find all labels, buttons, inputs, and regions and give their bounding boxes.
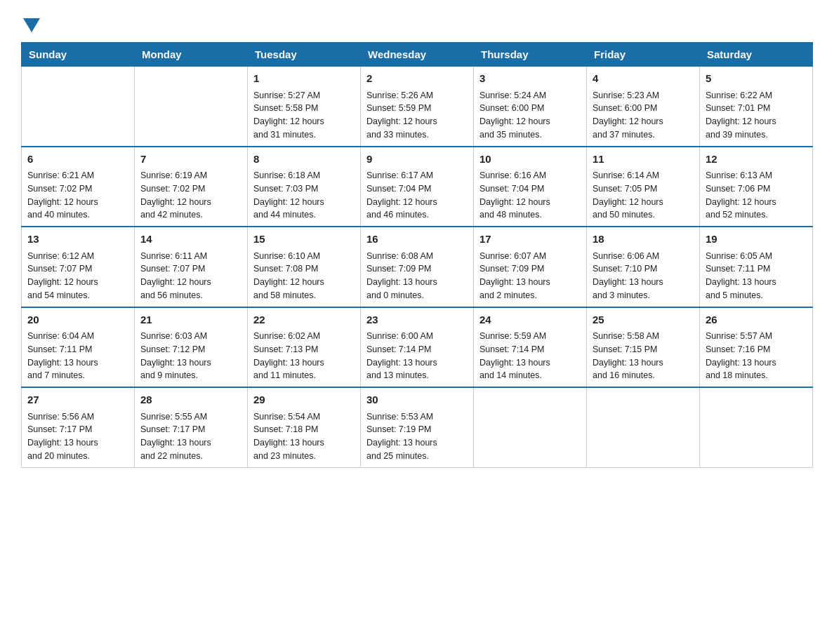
day-number: 24 [479,312,581,328]
day-info: Sunrise: 6:16 AM Sunset: 7:04 PM Dayligh… [479,169,581,222]
day-info: Sunrise: 6:13 AM Sunset: 7:06 PM Dayligh… [706,169,807,222]
day-number: 8 [253,152,355,168]
logo [21,14,40,29]
day-number: 9 [366,152,468,168]
calendar-cell: 11Sunrise: 6:14 AM Sunset: 7:05 PM Dayli… [587,147,700,227]
day-info: Sunrise: 5:55 AM Sunset: 7:17 PM Dayligh… [140,410,241,463]
calendar-week-row: 27Sunrise: 5:56 AM Sunset: 7:17 PM Dayli… [22,387,813,467]
weekday-header-friday: Friday [587,43,700,67]
day-number: 1 [253,71,355,87]
calendar-cell: 15Sunrise: 6:10 AM Sunset: 7:08 PM Dayli… [248,227,361,307]
day-info: Sunrise: 5:59 AM Sunset: 7:14 PM Dayligh… [479,330,581,382]
day-info: Sunrise: 5:23 AM Sunset: 6:00 PM Dayligh… [593,89,694,142]
day-info: Sunrise: 5:54 AM Sunset: 7:18 PM Dayligh… [253,410,355,463]
day-number: 17 [479,232,581,248]
calendar-cell: 19Sunrise: 6:05 AM Sunset: 7:11 PM Dayli… [700,227,813,307]
day-info: Sunrise: 5:24 AM Sunset: 6:00 PM Dayligh… [479,89,581,142]
day-info: Sunrise: 6:06 AM Sunset: 7:10 PM Dayligh… [593,250,694,302]
day-info: Sunrise: 5:57 AM Sunset: 7:16 PM Dayligh… [706,330,807,382]
calendar-cell: 5Sunrise: 6:22 AM Sunset: 7:01 PM Daylig… [700,67,813,147]
calendar-cell: 28Sunrise: 5:55 AM Sunset: 7:17 PM Dayli… [135,387,248,467]
calendar-week-row: 13Sunrise: 6:12 AM Sunset: 7:07 PM Dayli… [22,227,813,307]
day-number: 19 [706,232,807,248]
day-number: 5 [706,71,807,87]
calendar-week-row: 1Sunrise: 5:27 AM Sunset: 5:58 PM Daylig… [22,67,813,147]
weekday-header-wednesday: Wednesday [361,43,474,67]
day-number: 3 [479,71,581,87]
day-info: Sunrise: 6:04 AM Sunset: 7:11 PM Dayligh… [27,330,128,382]
day-info: Sunrise: 6:22 AM Sunset: 7:01 PM Dayligh… [706,89,807,142]
weekday-header-monday: Monday [135,43,248,67]
day-info: Sunrise: 6:02 AM Sunset: 7:13 PM Dayligh… [253,330,355,382]
calendar-cell: 4Sunrise: 5:23 AM Sunset: 6:00 PM Daylig… [587,67,700,147]
calendar-cell: 3Sunrise: 5:24 AM Sunset: 6:00 PM Daylig… [474,67,587,147]
calendar-cell: 20Sunrise: 6:04 AM Sunset: 7:11 PM Dayli… [22,307,135,388]
calendar-cell: 23Sunrise: 6:00 AM Sunset: 7:14 PM Dayli… [361,307,474,388]
day-number: 22 [253,312,355,328]
day-info: Sunrise: 5:27 AM Sunset: 5:58 PM Dayligh… [253,89,355,142]
day-number: 20 [27,312,128,328]
weekday-header-tuesday: Tuesday [248,43,361,67]
day-number: 10 [479,152,581,168]
day-number: 21 [140,312,241,328]
calendar-cell [700,387,813,467]
day-number: 2 [366,71,468,87]
logo-triangle-icon [23,18,40,32]
day-number: 14 [140,232,241,248]
calendar-cell: 22Sunrise: 6:02 AM Sunset: 7:13 PM Dayli… [248,307,361,388]
day-number: 29 [253,392,355,408]
day-info: Sunrise: 6:14 AM Sunset: 7:05 PM Dayligh… [593,169,694,222]
day-number: 13 [27,232,128,248]
page-header [21,14,813,29]
day-info: Sunrise: 6:18 AM Sunset: 7:03 PM Dayligh… [253,169,355,222]
calendar-cell: 6Sunrise: 6:21 AM Sunset: 7:02 PM Daylig… [22,147,135,227]
calendar-week-row: 6Sunrise: 6:21 AM Sunset: 7:02 PM Daylig… [22,147,813,227]
calendar-header-row: SundayMondayTuesdayWednesdayThursdayFrid… [22,43,813,67]
weekday-header-thursday: Thursday [474,43,587,67]
calendar-cell: 2Sunrise: 5:26 AM Sunset: 5:59 PM Daylig… [361,67,474,147]
calendar-cell: 18Sunrise: 6:06 AM Sunset: 7:10 PM Dayli… [587,227,700,307]
day-number: 25 [593,312,694,328]
calendar-cell: 16Sunrise: 6:08 AM Sunset: 7:09 PM Dayli… [361,227,474,307]
calendar-cell: 27Sunrise: 5:56 AM Sunset: 7:17 PM Dayli… [22,387,135,467]
calendar-cell: 14Sunrise: 6:11 AM Sunset: 7:07 PM Dayli… [135,227,248,307]
day-number: 30 [366,392,468,408]
day-number: 15 [253,232,355,248]
day-info: Sunrise: 6:05 AM Sunset: 7:11 PM Dayligh… [706,250,807,302]
calendar-cell [135,67,248,147]
calendar-cell: 12Sunrise: 6:13 AM Sunset: 7:06 PM Dayli… [700,147,813,227]
calendar-cell: 10Sunrise: 6:16 AM Sunset: 7:04 PM Dayli… [474,147,587,227]
day-info: Sunrise: 6:19 AM Sunset: 7:02 PM Dayligh… [140,169,241,222]
day-info: Sunrise: 5:26 AM Sunset: 5:59 PM Dayligh… [366,89,468,142]
calendar-cell [587,387,700,467]
calendar-cell: 21Sunrise: 6:03 AM Sunset: 7:12 PM Dayli… [135,307,248,388]
weekday-header-sunday: Sunday [22,43,135,67]
day-info: Sunrise: 6:07 AM Sunset: 7:09 PM Dayligh… [479,250,581,302]
day-info: Sunrise: 6:08 AM Sunset: 7:09 PM Dayligh… [366,250,468,302]
calendar-cell: 26Sunrise: 5:57 AM Sunset: 7:16 PM Dayli… [700,307,813,388]
calendar-cell: 29Sunrise: 5:54 AM Sunset: 7:18 PM Dayli… [248,387,361,467]
calendar-cell: 13Sunrise: 6:12 AM Sunset: 7:07 PM Dayli… [22,227,135,307]
calendar-table: SundayMondayTuesdayWednesdayThursdayFrid… [21,42,813,468]
day-number: 27 [27,392,128,408]
calendar-cell: 1Sunrise: 5:27 AM Sunset: 5:58 PM Daylig… [248,67,361,147]
weekday-header-saturday: Saturday [700,43,813,67]
calendar-cell [22,67,135,147]
calendar-cell: 9Sunrise: 6:17 AM Sunset: 7:04 PM Daylig… [361,147,474,227]
day-number: 26 [706,312,807,328]
day-info: Sunrise: 6:00 AM Sunset: 7:14 PM Dayligh… [366,330,468,382]
calendar-week-row: 20Sunrise: 6:04 AM Sunset: 7:11 PM Dayli… [22,307,813,388]
calendar-cell: 8Sunrise: 6:18 AM Sunset: 7:03 PM Daylig… [248,147,361,227]
day-number: 16 [366,232,468,248]
calendar-cell: 30Sunrise: 5:53 AM Sunset: 7:19 PM Dayli… [361,387,474,467]
day-number: 12 [706,152,807,168]
calendar-cell: 7Sunrise: 6:19 AM Sunset: 7:02 PM Daylig… [135,147,248,227]
calendar-cell [474,387,587,467]
day-number: 4 [593,71,694,87]
calendar-cell: 17Sunrise: 6:07 AM Sunset: 7:09 PM Dayli… [474,227,587,307]
day-info: Sunrise: 5:53 AM Sunset: 7:19 PM Dayligh… [366,410,468,463]
day-info: Sunrise: 6:11 AM Sunset: 7:07 PM Dayligh… [140,250,241,302]
day-info: Sunrise: 5:56 AM Sunset: 7:17 PM Dayligh… [27,410,128,463]
day-info: Sunrise: 6:12 AM Sunset: 7:07 PM Dayligh… [27,250,128,302]
day-number: 7 [140,152,241,168]
